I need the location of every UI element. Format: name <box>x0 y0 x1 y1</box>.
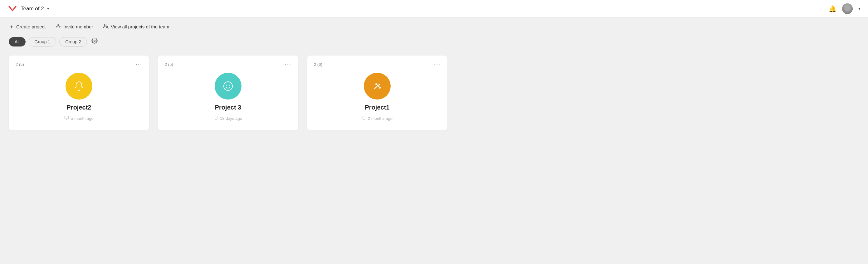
svg-point-4 <box>104 24 106 26</box>
svg-rect-9 <box>65 116 69 119</box>
project-icon-circle <box>65 73 92 99</box>
project-name: Project2 <box>67 104 91 111</box>
project-icon-circle <box>364 73 391 99</box>
project-name: Project 3 <box>215 104 241 111</box>
card-top-row: 2 (5) ··· <box>165 61 291 68</box>
project-time: a month ago <box>71 116 93 121</box>
svg-point-14 <box>229 85 230 86</box>
view-all-projects-button[interactable]: View all projects of the team <box>103 23 169 30</box>
project-time: 2 months ago <box>368 116 393 121</box>
team-name: Team of 2 <box>21 6 44 12</box>
mobile-icon <box>214 115 218 121</box>
team-dropdown-chevron[interactable]: ▾ <box>47 6 49 11</box>
notification-bell-icon[interactable]: 🔔 <box>829 5 836 12</box>
svg-line-6 <box>107 27 108 28</box>
card-menu-button[interactable]: ··· <box>136 61 142 68</box>
invite-member-label: Invite member <box>63 24 93 29</box>
project-card-project3[interactable]: 2 (5) ··· Project 3 13 days ago <box>158 56 298 130</box>
avatar-dropdown-chevron[interactable]: ▾ <box>858 6 861 11</box>
card-top-row: 2 (5) ··· <box>16 61 142 68</box>
project-name: Project1 <box>365 104 390 111</box>
avatar[interactable] <box>842 3 853 14</box>
logo-icon <box>7 4 18 14</box>
svg-point-13 <box>226 85 227 86</box>
person-search-icon <box>103 23 108 30</box>
projects-grid: 2 (5) ··· Project2 a month ago 2 <box>0 52 868 139</box>
filter-row: All Group 1 Group 2 <box>0 35 868 52</box>
card-count: 2 (5) <box>16 62 24 67</box>
view-all-projects-label: View all projects of the team <box>111 24 169 29</box>
create-project-label: Create project <box>16 24 45 29</box>
filter-tab-group1[interactable]: Group 1 <box>29 37 57 47</box>
project-icon-circle <box>215 73 242 99</box>
person-plus-icon <box>56 23 61 30</box>
card-top-row: 2 (6) ··· <box>314 61 440 68</box>
filter-tab-all[interactable]: All <box>9 37 26 47</box>
svg-point-1 <box>57 24 59 26</box>
navbar: Team of 2 ▾ 🔔 ▾ <box>0 0 868 18</box>
plus-icon: ＋ <box>9 23 14 30</box>
filter-tab-group2[interactable]: Group 2 <box>59 37 87 47</box>
navbar-right: 🔔 ▾ <box>829 3 861 14</box>
card-count: 2 (5) <box>165 62 173 67</box>
project-meta: 2 months ago <box>362 115 393 121</box>
project-time: 13 days ago <box>220 116 242 121</box>
avatar-image <box>842 3 853 14</box>
create-project-button[interactable]: ＋ Create project <box>9 23 45 30</box>
groups-settings-button[interactable] <box>90 36 99 47</box>
monitor-icon <box>64 115 69 121</box>
invite-member-button[interactable]: Invite member <box>56 23 93 30</box>
mobile-icon <box>362 115 366 121</box>
project-card-project2[interactable]: 2 (5) ··· Project2 a month ago <box>9 56 149 130</box>
project-card-project1[interactable]: 2 (6) ··· Project1 2 mon <box>307 56 447 130</box>
svg-point-12 <box>224 82 232 90</box>
toolbar: ＋ Create project Invite member View all … <box>0 18 868 35</box>
smiley-icon <box>221 79 235 93</box>
project-meta: a month ago <box>64 115 93 121</box>
card-count: 2 (6) <box>314 62 322 67</box>
card-menu-button[interactable]: ··· <box>434 61 440 68</box>
card-menu-button[interactable]: ··· <box>285 61 291 68</box>
tools-icon <box>370 79 384 93</box>
bell-icon <box>72 79 86 93</box>
navbar-left: Team of 2 ▾ <box>7 4 49 14</box>
gear-icon <box>91 38 98 44</box>
svg-point-7 <box>94 40 95 42</box>
svg-rect-0 <box>7 4 18 14</box>
project-meta: 13 days ago <box>214 115 242 121</box>
svg-line-18 <box>374 89 375 89</box>
